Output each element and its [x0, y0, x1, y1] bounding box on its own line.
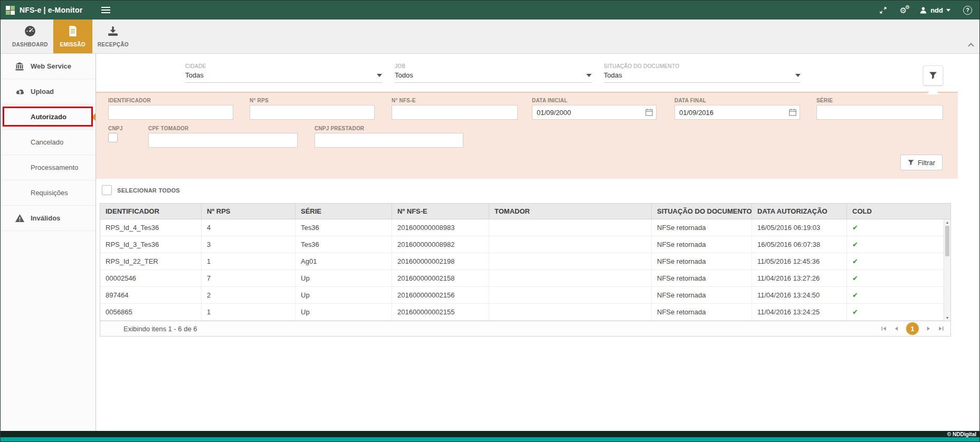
cell-identificador: RPS_Id_3_Tes36 — [100, 236, 202, 253]
settings-gears-icon[interactable]: ⚙⚙ — [900, 6, 907, 14]
header-tomador[interactable]: TOMADOR — [489, 204, 652, 219]
menu-icon[interactable] — [101, 5, 110, 15]
cell-serie: Tes36 — [296, 236, 392, 253]
sidebar-item-invalidos[interactable]: Inválidos — [1, 206, 96, 231]
table-scrollbar[interactable]: ▲ ▼ — [944, 219, 950, 321]
chevron-down-icon — [795, 74, 801, 77]
identificador-input[interactable] — [108, 105, 233, 120]
tab-dashboard[interactable]: DASHBOARD — [7, 20, 53, 53]
table-row[interactable]: 000025467Up201600000002158NFSe retornada… — [100, 270, 950, 287]
header-data-autorizacao[interactable]: DATA AUTORIZAÇÃO — [752, 204, 847, 219]
app-window: NFS-e | e-Monitor ⚙⚙ ndd ? DASHBOARD — [0, 0, 980, 442]
sidebar-item-label: Web Service — [31, 62, 71, 70]
sidebar-item-label: Inválidos — [31, 214, 60, 222]
cell-situacao_documento: NFSe retornada — [652, 236, 752, 253]
table-row[interactable]: 8974642Up201600000002156NFSe retornada11… — [100, 287, 950, 304]
sidebar-item-cancelado[interactable]: Cancelado — [1, 130, 96, 155]
sidebar-item-processamento[interactable]: Processamento — [1, 155, 96, 180]
first-page-button[interactable] — [881, 325, 887, 332]
header-cold[interactable]: COLD — [847, 204, 950, 219]
data-final-input[interactable] — [674, 105, 800, 120]
cell-n_nfse: 201600000008982 — [392, 236, 489, 253]
header-situacao-documento[interactable]: SITUAÇÃO DO DOCUMENTO — [652, 204, 752, 219]
data-final-label: DATA FINAL — [674, 98, 706, 103]
collapse-toolbar-icon[interactable] — [968, 43, 974, 49]
cell-n_rps: 4 — [202, 219, 296, 236]
cell-identificador: 00002546 — [100, 270, 202, 286]
filter-toggle-button[interactable] — [923, 65, 943, 85]
chevron-down-icon — [586, 74, 592, 77]
active-item-marker — [91, 113, 96, 121]
cidade-value: Todas — [185, 71, 204, 79]
cnpj-prestador-label: CNPJ PRESTADOR — [315, 126, 364, 131]
sidebar-item-web-service[interactable]: Web Service — [1, 54, 96, 79]
sidebar-item-upload[interactable]: Upload — [1, 79, 96, 104]
last-page-button[interactable] — [938, 325, 944, 332]
user-menu[interactable]: ndd — [919, 6, 950, 14]
cold-check-icon: ✔ — [847, 219, 950, 236]
cell-tomador — [489, 253, 652, 270]
n-rps-input[interactable] — [250, 105, 375, 120]
items-count-text: Exibindo itens 1 - 6 de 6 — [123, 325, 197, 333]
user-icon — [919, 6, 927, 14]
filtrar-button[interactable]: Filtrar — [900, 155, 943, 170]
bottom-accent-line — [1, 437, 979, 441]
cnpj-prestador-input[interactable] — [315, 133, 463, 148]
calendar-icon[interactable] — [645, 108, 653, 119]
sidebar-item-requisicoes[interactable]: Requisições — [1, 180, 96, 206]
tab-recepcao[interactable]: RECEPÇÃO — [92, 20, 134, 53]
cidade-select[interactable]: CIDADE Todas — [185, 63, 382, 83]
ndd-logo-icon — [6, 6, 15, 15]
cold-check-icon: ✔ — [847, 236, 950, 253]
download-tray-icon — [107, 25, 119, 39]
table-body: RPS_Id_4_Tes364Tes36201600000008983NFSe … — [100, 219, 950, 321]
sidebar-item-autorizado[interactable]: Autorizado — [1, 104, 96, 130]
cell-situacao_documento: NFSe retornada — [652, 287, 752, 303]
help-icon[interactable]: ? — [963, 6, 972, 15]
data-inicial-label: DATA INICIAL — [532, 98, 567, 103]
cell-data_autorizacao: 16/05/2016 06:19:03 — [752, 219, 847, 236]
cold-check-icon: ✔ — [847, 304, 950, 320]
situacao-documento-select[interactable]: SITUAÇÃO DO DOCUMENTO Todas — [604, 63, 801, 83]
cell-identificador: RPS_Id_4_Tes36 — [100, 219, 202, 236]
scroll-up-icon[interactable]: ▲ — [944, 219, 950, 225]
previous-page-button[interactable] — [893, 325, 900, 332]
user-name: ndd — [930, 6, 943, 14]
serie-label: SÉRIE — [816, 98, 833, 103]
table-row[interactable]: RPS_Id_4_Tes364Tes36201600000008983NFSe … — [100, 219, 950, 236]
header-identificador[interactable]: IDENTIFICADOR — [100, 204, 202, 219]
next-page-button[interactable] — [925, 325, 931, 332]
table-row[interactable]: RPS_Id_22_TER1Ag01201600000002198NFSe re… — [100, 253, 950, 270]
cell-data_autorizacao: 11/04/2016 13:24:50 — [752, 287, 847, 303]
cell-situacao_documento: NFSe retornada — [652, 270, 752, 286]
serie-input[interactable] — [816, 105, 943, 120]
table-row[interactable]: RPS_Id_3_Tes363Tes36201600000008982NFSe … — [100, 236, 950, 253]
table-row[interactable]: 00568651Up201600000002155NFSe retornada1… — [100, 304, 950, 321]
scroll-thumb[interactable] — [945, 226, 949, 256]
data-inicial-input[interactable] — [532, 105, 656, 120]
current-page-button[interactable]: 1 — [906, 322, 919, 335]
cloud-upload-icon — [15, 87, 25, 97]
cnpj-checkbox[interactable] — [108, 133, 118, 142]
n-nfse-input[interactable] — [392, 105, 518, 120]
cell-n_rps: 7 — [202, 270, 296, 286]
cell-identificador: 897464 — [100, 287, 202, 303]
cpf-tomador-input[interactable] — [148, 133, 298, 148]
chevron-down-icon — [377, 74, 382, 77]
cell-tomador — [489, 236, 652, 253]
header-n-rps[interactable]: Nº RPS — [202, 204, 296, 219]
scroll-down-icon[interactable]: ▼ — [944, 315, 950, 321]
cidade-label: CIDADE — [185, 63, 382, 69]
select-all-checkbox[interactable] — [102, 185, 112, 195]
toolbar: DASHBOARD EMISSÃO RECEPÇÃO — [1, 20, 979, 54]
tab-label: DASHBOARD — [12, 42, 48, 47]
cell-n_nfse: 201600000002155 — [392, 304, 489, 320]
fullscreen-icon[interactable] — [879, 6, 887, 14]
header-serie[interactable]: SÉRIE — [296, 204, 392, 219]
calendar-icon[interactable] — [788, 108, 797, 119]
situacao-label: SITUAÇÃO DO DOCUMENTO — [604, 63, 801, 69]
header-n-nfse[interactable]: Nº NFS-E — [392, 204, 489, 219]
job-select[interactable]: JOB Todos — [395, 63, 592, 83]
cold-check-icon: ✔ — [847, 270, 950, 286]
tab-emissao[interactable]: EMISSÃO — [53, 20, 92, 53]
